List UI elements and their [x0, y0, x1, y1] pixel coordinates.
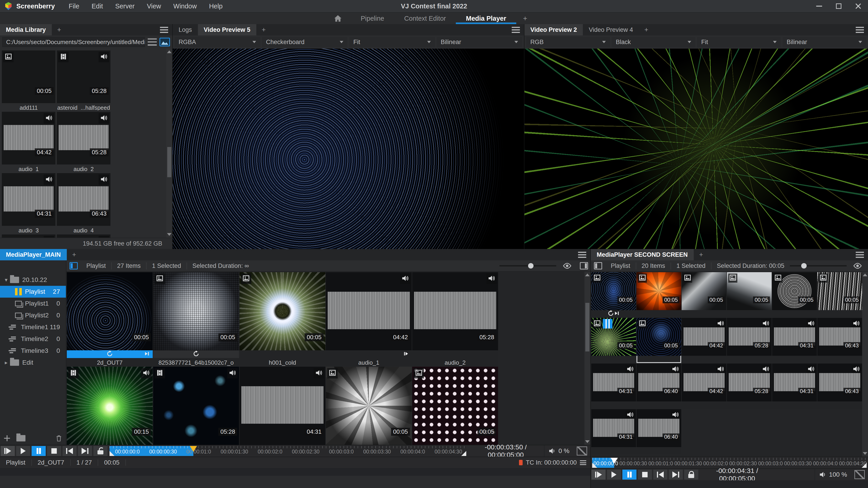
filter-select[interactable]: Bilinear [782, 37, 866, 47]
player-menu-icon[interactable] [578, 252, 586, 258]
delete-icon[interactable] [56, 435, 62, 441]
menu-server[interactable]: Server [109, 2, 141, 10]
scroll-down-icon[interactable] [863, 452, 867, 455]
playlist-item[interactable]: 00:05 [682, 272, 726, 317]
tab-pipeline[interactable]: Pipeline [351, 13, 394, 24]
previous-clip-button[interactable] [62, 446, 76, 456]
eye-icon[interactable] [563, 263, 572, 269]
library-menu-icon[interactable] [160, 27, 168, 33]
tab-video-preview-5[interactable]: Video Preview 5 [198, 24, 256, 35]
scrollbar-thumb[interactable] [167, 147, 171, 177]
fade-curve-icon[interactable] [855, 470, 865, 479]
pause-button[interactable] [32, 446, 46, 456]
playlist-item[interactable]: 00:058253877721_64b15002c7_o [153, 272, 239, 366]
playlist-item[interactable]: 04:31 [772, 318, 817, 363]
playlist-item[interactable]: 04:31audio_3 [240, 367, 326, 445]
playhead-marker[interactable] [190, 446, 197, 452]
menu-help[interactable]: Help [203, 2, 229, 10]
playlist-item[interactable]: 00:05add111 [326, 367, 412, 445]
playlist-item[interactable]: 04:42 [682, 364, 726, 409]
scrollbar-thumb[interactable] [585, 303, 589, 351]
menu-view[interactable]: View [141, 2, 167, 10]
playlist-item[interactable]: 04:42audio_1 [326, 272, 412, 366]
playlist-item[interactable]: 00:05 [591, 272, 636, 317]
playlist-item[interactable]: 00:05 [727, 272, 772, 317]
chevron-right-icon[interactable]: ▸ [2, 359, 10, 366]
play-button[interactable] [16, 446, 30, 456]
playlist-item[interactable]: 05:28audio_2 [412, 272, 498, 366]
tab-media-player[interactable]: Media Player [456, 13, 516, 24]
scroll-down-icon[interactable] [585, 440, 590, 443]
tree-item-20.10.22[interactable]: ▾20.10.22 [0, 274, 66, 286]
playlist-item[interactable]: 04:31 [591, 364, 636, 409]
thumbnail-zoom-slider[interactable] [790, 265, 847, 267]
library-item[interactable]: 04:42audio_1 [2, 112, 56, 172]
scroll-up-icon[interactable] [585, 274, 590, 276]
library-item[interactable]: 05:28audio_2 [57, 112, 111, 172]
tab-context-editor[interactable]: Context Editor [394, 13, 456, 24]
library-item[interactable]: 06:43audio_4 [57, 173, 111, 233]
tree-item-playlist1[interactable]: Playlist10 [0, 298, 66, 309]
add-workspace-tab-button[interactable]: + [516, 14, 534, 23]
lock-icon[interactable] [93, 446, 107, 456]
add-preview-tab-button[interactable]: + [639, 24, 654, 35]
library-item[interactable]: 06:40audio_6 [57, 235, 111, 238]
preview-menu-icon[interactable] [856, 27, 864, 33]
menu-window[interactable]: Window [167, 2, 203, 10]
playlist-item[interactable]: 06:40 [637, 409, 681, 454]
playlist-item[interactable]: 06:43 [817, 318, 862, 363]
tree-item-playlist[interactable]: Playlist27 [0, 286, 66, 298]
lock-icon[interactable] [684, 469, 698, 480]
tree-item-timeline1[interactable]: Timeline1119 [0, 321, 66, 333]
sidebar-toggle-icon[interactable] [69, 262, 78, 270]
scroll-down-icon[interactable] [167, 233, 172, 236]
library-scrollbar[interactable] [166, 49, 172, 238]
grid-scrollbar[interactable] [862, 272, 868, 457]
tab-mediaplayer-main[interactable]: MediaPlayer_MAIN [0, 249, 67, 261]
thumbnail-zoom-slider[interactable] [499, 265, 556, 267]
timeline-ruler[interactable]: 00:00:00:000:00:00:3000:00:01:000:00:01:… [592, 458, 867, 468]
sidebar-toggle-icon[interactable] [594, 262, 602, 270]
playlist-item[interactable]: 00:05 [591, 318, 636, 363]
channel-select[interactable]: RGB [526, 37, 610, 47]
add-player-tab-button[interactable]: + [694, 249, 709, 261]
tree-item-timeline3[interactable]: Timeline30 [0, 345, 66, 357]
maximize-button[interactable] [829, 0, 848, 12]
thumbnail-view-icon[interactable] [159, 38, 170, 47]
tree-item-edit[interactable]: ▸Edit [0, 357, 66, 368]
playlist-item[interactable]: 00:05 [772, 272, 817, 317]
background-select[interactable]: Checkerboard [262, 37, 348, 47]
add-player-tab-button[interactable]: + [67, 249, 82, 261]
player-menu-icon[interactable] [856, 252, 864, 258]
playlist-item[interactable]: 04:42 [682, 318, 726, 363]
chevron-down-icon[interactable]: ▾ [2, 277, 10, 283]
playlist-item[interactable]: 06:40 [637, 364, 681, 409]
close-button[interactable] [848, 0, 868, 12]
panel-toggle-icon[interactable] [580, 262, 588, 270]
playhead-marker[interactable] [611, 458, 618, 464]
menu-file[interactable]: File [62, 2, 86, 10]
tab-media-library[interactable]: Media Library [0, 24, 52, 35]
library-path-field[interactable]: C:/Users/secto/Documents/Screenberry/unt… [2, 37, 145, 47]
playlist-item[interactable]: 05:28 [727, 364, 772, 409]
library-item[interactable]: 05:28asteroid_...halfspeed [57, 51, 111, 111]
stop-button[interactable] [638, 469, 652, 480]
next-clip-button[interactable] [669, 469, 683, 480]
add-playlist-icon[interactable] [4, 435, 10, 441]
library-item[interactable]: 04:31audio_5 [2, 235, 56, 238]
tab-video-preview-4[interactable]: Video Preview 4 [583, 24, 639, 35]
filter-select[interactable]: Bilinear [437, 37, 522, 47]
library-item[interactable]: 04:31audio_3 [2, 173, 56, 233]
list-view-icon[interactable] [148, 38, 157, 45]
home-icon[interactable] [334, 15, 342, 22]
add-library-tab-button[interactable]: + [52, 24, 67, 35]
tree-item-timeline2[interactable]: Timeline20 [0, 333, 66, 345]
scroll-up-icon[interactable] [167, 51, 172, 53]
previous-clip-button[interactable] [653, 469, 668, 480]
preview-menu-icon[interactable] [512, 27, 520, 33]
play-from-start-button[interactable] [591, 469, 606, 480]
tab-mediaplayer-second[interactable]: MediaPlayer SECOND SCREEN [591, 249, 694, 261]
new-folder-icon[interactable] [17, 435, 26, 441]
playlist-item[interactable]: 00:05h001_cold [240, 272, 326, 366]
background-select[interactable]: Black [612, 37, 695, 47]
